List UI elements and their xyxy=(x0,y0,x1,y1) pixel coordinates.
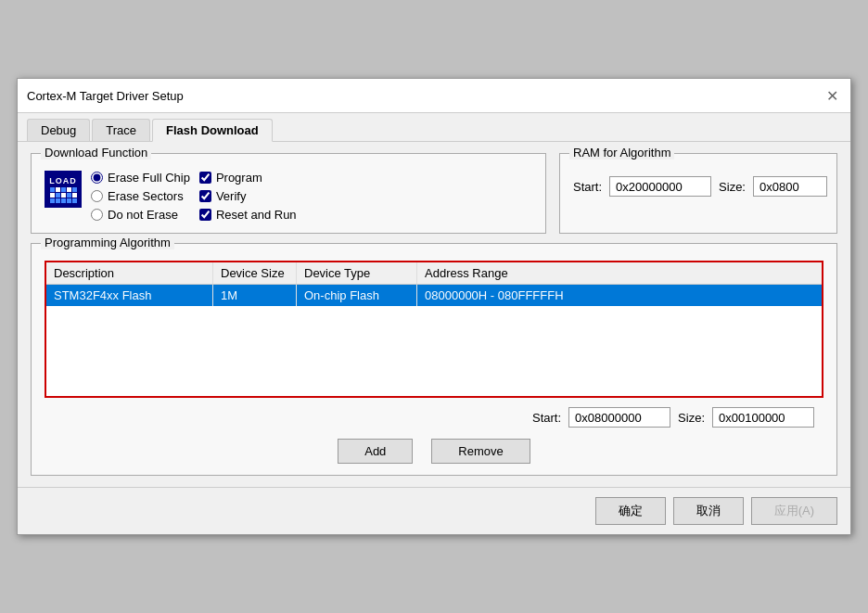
ok-button[interactable]: 确定 xyxy=(595,497,666,525)
algo-buttons: Add Remove xyxy=(45,439,823,464)
checkbox-verify-label: Verify xyxy=(216,189,247,203)
radio-erase-full-chip-label: Erase Full Chip xyxy=(108,171,190,185)
col-device-size: Device Size xyxy=(213,262,297,284)
tab-bar: Debug Trace Flash Download xyxy=(18,113,850,142)
options-checkbox-group: Program Verify Reset and Run xyxy=(199,171,297,222)
checkbox-verify[interactable]: Verify xyxy=(199,189,297,203)
col-device-type: Device Type xyxy=(297,262,417,284)
table-header: Description Device Size Device Type Addr… xyxy=(46,262,822,285)
radio-do-not-erase[interactable]: Do not Erase xyxy=(91,208,190,222)
erase-radio-group: Erase Full Chip Erase Sectors Do not Era… xyxy=(91,171,190,222)
close-button[interactable]: ✕ xyxy=(823,86,841,105)
start-label: Start: xyxy=(573,180,602,194)
tab-trace[interactable]: Trace xyxy=(92,119,150,141)
algorithm-table: Description Device Size Device Type Addr… xyxy=(45,261,823,398)
cell-description: STM32F4xx Flash xyxy=(46,285,213,306)
algo-start-label: Start: xyxy=(532,411,561,425)
ram-algorithm-legend: RAM for Algorithm xyxy=(569,146,674,160)
col-description: Description xyxy=(46,262,213,284)
algo-size-label: Size: xyxy=(678,411,705,425)
window-title: Cortex-M Target Driver Setup xyxy=(27,89,184,103)
download-function-inner: LOAD xyxy=(45,167,532,222)
programming-algorithm-legend: Programming Algorithm xyxy=(41,236,174,249)
radio-erase-sectors-label: Erase Sectors xyxy=(108,189,184,203)
radio-erase-sectors[interactable]: Erase Sectors xyxy=(91,189,190,203)
add-button[interactable]: Add xyxy=(338,439,413,464)
load-icon-pixels xyxy=(50,187,77,203)
algo-size-input[interactable] xyxy=(712,407,814,428)
col-address-range: Address Range xyxy=(417,262,822,284)
algo-start-input[interactable] xyxy=(568,407,670,428)
remove-button[interactable]: Remove xyxy=(431,439,530,464)
cell-address-range: 08000000H - 080FFFFFH xyxy=(417,285,822,306)
top-section: Download Function LOAD xyxy=(31,153,837,234)
footer: 确定 取消 应用(A) xyxy=(18,487,850,534)
tab-debug[interactable]: Debug xyxy=(27,119,90,141)
checkbox-reset-and-run[interactable]: Reset and Run xyxy=(199,208,297,222)
programming-algorithm-group: Programming Algorithm Description Device… xyxy=(31,243,837,476)
radio-do-not-erase-label: Do not Erase xyxy=(108,208,178,222)
table-row[interactable]: STM32F4xx Flash 1M On-chip Flash 0800000… xyxy=(46,285,822,306)
start-input[interactable] xyxy=(609,176,711,197)
checkbox-program[interactable]: Program xyxy=(199,171,297,185)
size-input[interactable] xyxy=(753,176,827,197)
size-label: Size: xyxy=(719,180,746,194)
content-area: Download Function LOAD xyxy=(18,142,850,487)
checkbox-reset-and-run-label: Reset and Run xyxy=(216,208,297,222)
download-function-group: Download Function LOAD xyxy=(31,153,546,234)
algo-bottom: Start: Size: xyxy=(45,407,823,428)
title-bar: Cortex-M Target Driver Setup ✕ xyxy=(18,79,850,113)
load-icon: LOAD xyxy=(45,171,82,208)
tab-flash-download[interactable]: Flash Download xyxy=(152,119,273,142)
ram-row: Start: Size: xyxy=(573,176,823,197)
cell-device-size: 1M xyxy=(213,285,297,306)
main-window: Cortex-M Target Driver Setup ✕ Debug Tra… xyxy=(17,78,851,535)
radio-erase-full-chip[interactable]: Erase Full Chip xyxy=(91,171,190,185)
apply-button[interactable]: 应用(A) xyxy=(751,497,837,525)
ram-algorithm-group: RAM for Algorithm Start: Size: xyxy=(559,153,837,234)
load-icon-text: LOAD xyxy=(49,176,77,185)
table-body: STM32F4xx Flash 1M On-chip Flash 0800000… xyxy=(46,285,822,396)
checkbox-program-label: Program xyxy=(216,171,262,185)
cell-device-type: On-chip Flash xyxy=(297,285,417,306)
download-function-legend: Download Function xyxy=(41,146,151,160)
cancel-button[interactable]: 取消 xyxy=(673,497,744,525)
